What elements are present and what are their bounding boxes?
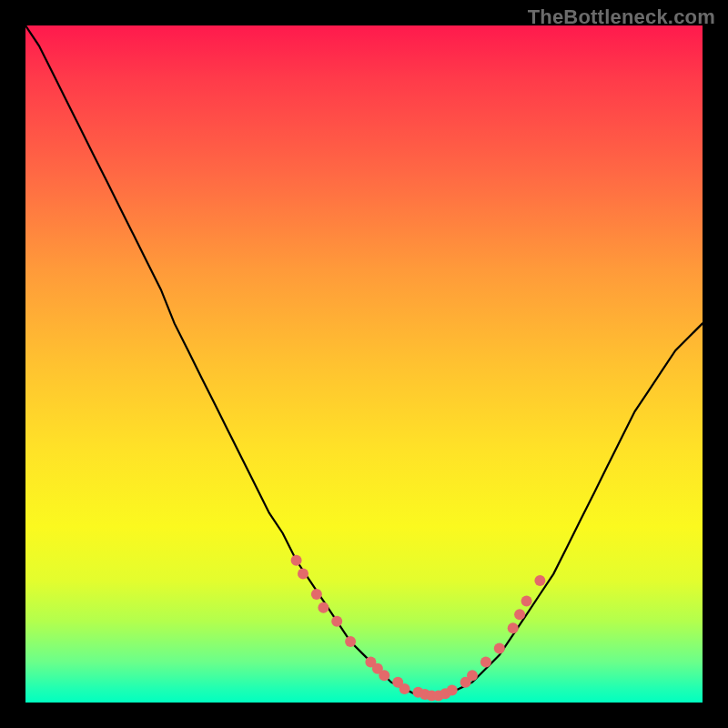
curve-marker [508, 622, 519, 633]
curve-marker [291, 555, 302, 566]
watermark-label: TheBottleneck.com [528, 5, 715, 29]
plot-area [25, 25, 703, 703]
curve-layer [25, 25, 703, 703]
curve-marker [311, 589, 322, 600]
curve-marker [447, 685, 458, 696]
curve-marker [534, 575, 545, 586]
curve-marker [399, 683, 410, 694]
curve-marker [480, 656, 491, 667]
bottleneck-curve [25, 25, 703, 696]
curve-marker [298, 569, 308, 580]
curve-marker [467, 670, 478, 681]
curve-marker [318, 602, 329, 613]
curve-marker [345, 636, 356, 647]
curve-marker [494, 643, 505, 654]
curve-marker [379, 670, 389, 681]
curve-marker [514, 609, 525, 620]
curve-marker [331, 616, 342, 627]
curve-marker [521, 595, 532, 606]
curve-markers [291, 555, 546, 702]
chart-frame: TheBottleneck.com [0, 0, 728, 728]
